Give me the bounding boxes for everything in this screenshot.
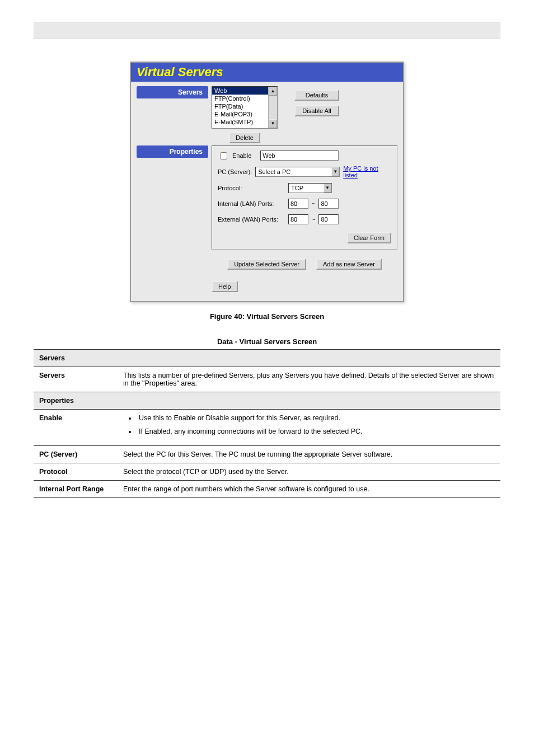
top-banner (34, 22, 500, 39)
row-desc: Select the protocol (TCP or UDP) used by… (118, 463, 500, 481)
disable-all-button[interactable]: Disable All (294, 105, 339, 116)
list-item[interactable]: Web (212, 87, 277, 95)
pc-server-select[interactable]: Select a PC ▼ (255, 167, 340, 177)
servers-listbox[interactable]: Web FTP(Control) FTP(Data) E-Mail(POP3) … (212, 86, 278, 129)
lan-port-from-input[interactable] (288, 199, 308, 209)
protocol-label: Protocol: (218, 185, 285, 191)
wan-port-to-input[interactable] (318, 214, 339, 224)
protocol-value: TCP (291, 185, 303, 191)
row-desc: Select the PC for this Server. The PC mu… (118, 446, 500, 463)
row-desc: Enter the range of port numbers which th… (118, 481, 500, 498)
scroll-up-icon[interactable]: ▲ (269, 87, 277, 96)
list-item[interactable]: E-Mail(SMTP) (212, 118, 277, 126)
bullet-item: If Enabled, any incoming connections wil… (137, 428, 495, 435)
row-desc: This lists a number of pre-defined Serve… (118, 367, 500, 392)
row-label: Protocol (34, 463, 118, 481)
scrollbar[interactable]: ▲ ▼ (268, 87, 277, 128)
panel-title: Virtual Servers (131, 63, 403, 82)
lan-ports-label: Internal (LAN) Ports: (218, 200, 285, 207)
tilde-separator: ~ (312, 200, 315, 207)
chevron-down-icon[interactable]: ▼ (324, 184, 331, 192)
protocol-select[interactable]: TCP ▼ (288, 183, 332, 193)
pc-server-label: PC (Server): (218, 168, 252, 175)
pc-not-listed-link[interactable]: My PC is not listed (343, 165, 391, 179)
enable-label: Enable (232, 152, 251, 159)
data-table: Servers Servers This lists a number of p… (34, 349, 500, 498)
enable-checkbox[interactable] (220, 152, 227, 159)
properties-box: Enable PC (Server): Select a PC ▼ My PC … (212, 145, 397, 250)
section-heading-properties: Properties (34, 392, 500, 410)
wan-ports-label: External (WAN) Ports: (218, 216, 285, 223)
wan-port-from-input[interactable] (288, 214, 308, 224)
tilde-separator: ~ (312, 216, 315, 223)
update-selected-server-button[interactable]: Update Selected Server (227, 259, 306, 270)
list-item[interactable]: FTP(Data) (212, 102, 277, 110)
figure-container: Virtual Servers Servers Web FTP(Control)… (34, 62, 500, 302)
table-caption: Data - Virtual Servers Screen (34, 337, 500, 346)
delete-button[interactable]: Delete (229, 132, 260, 143)
row-desc: Use this to Enable or Disable support fo… (118, 410, 500, 446)
bullet-item: Use this to Enable or Disable support fo… (137, 414, 495, 422)
row-label: Enable (34, 410, 118, 446)
lan-port-to-input[interactable] (318, 199, 339, 209)
section-heading-servers: Servers (34, 350, 500, 367)
row-label: Internal Port Range (34, 481, 118, 498)
row-label: Servers (34, 367, 118, 392)
clear-form-button[interactable]: Clear Form (347, 232, 391, 243)
add-as-new-server-button[interactable]: Add as new Server (316, 259, 382, 270)
properties-label: Properties (137, 145, 208, 158)
list-item[interactable]: E-Mail(POP3) (212, 110, 277, 118)
chevron-down-icon[interactable]: ▼ (331, 167, 339, 176)
pc-server-value: Select a PC (258, 168, 291, 175)
row-label: PC (Server) (34, 446, 118, 463)
help-button[interactable]: Help (212, 281, 238, 292)
virtual-servers-panel: Virtual Servers Servers Web FTP(Control)… (130, 62, 404, 302)
list-item[interactable]: FTP(Control) (212, 95, 277, 102)
servers-label: Servers (137, 86, 208, 98)
defaults-button[interactable]: Defaults (294, 90, 339, 101)
scroll-down-icon[interactable]: ▼ (269, 119, 277, 128)
server-name-input[interactable] (260, 151, 339, 161)
figure-caption: Figure 40: Virtual Servers Screen (34, 312, 500, 321)
